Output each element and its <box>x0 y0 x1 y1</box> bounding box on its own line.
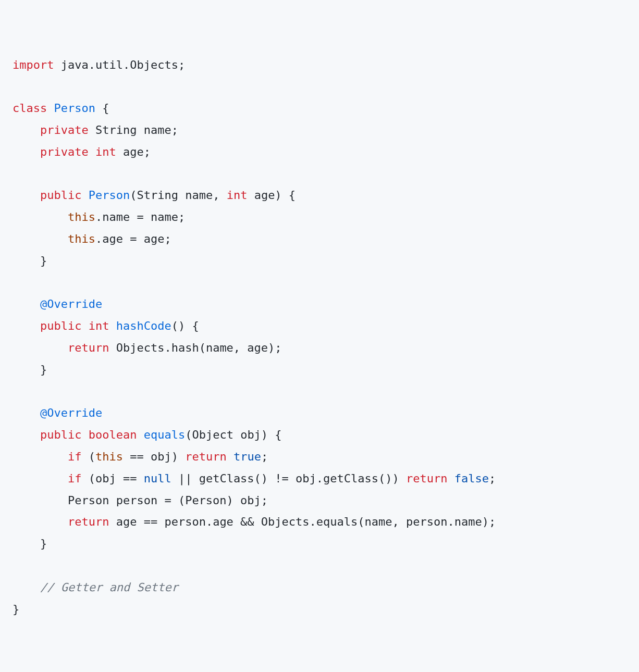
code-line: return age == person.age && Objects.equa… <box>13 515 496 528</box>
code-line: private int age; <box>13 145 151 158</box>
code-line: @Override <box>13 297 102 310</box>
code-line: public boolean equals(Object obj) { <box>13 428 282 441</box>
code-line: public int hashCode() { <box>13 319 199 332</box>
code-line: if (obj == null || getClass() != obj.get… <box>13 472 496 485</box>
code-line: public Person(String name, int age) { <box>13 189 296 202</box>
code-line: Person person = (Person) obj; <box>13 494 268 507</box>
code-line: @Override <box>13 406 102 419</box>
code-line: private String name; <box>13 123 178 136</box>
code-line: this.name = name; <box>13 210 185 223</box>
code-line: } <box>13 254 47 267</box>
code-line: // Getter and Setter <box>13 581 178 594</box>
code-line: if (this == obj) return true; <box>13 450 268 463</box>
code-line: } <box>13 363 47 376</box>
code-line: import java.util.Objects; <box>13 58 185 71</box>
code-line: class Person { <box>13 102 109 115</box>
code-line: } <box>13 603 19 616</box>
code-line: this.age = age; <box>13 232 171 245</box>
code-line: return Objects.hash(name, age); <box>13 341 282 354</box>
code-block: import java.util.Objects; class Person {… <box>13 54 626 620</box>
code-line: } <box>13 537 47 550</box>
